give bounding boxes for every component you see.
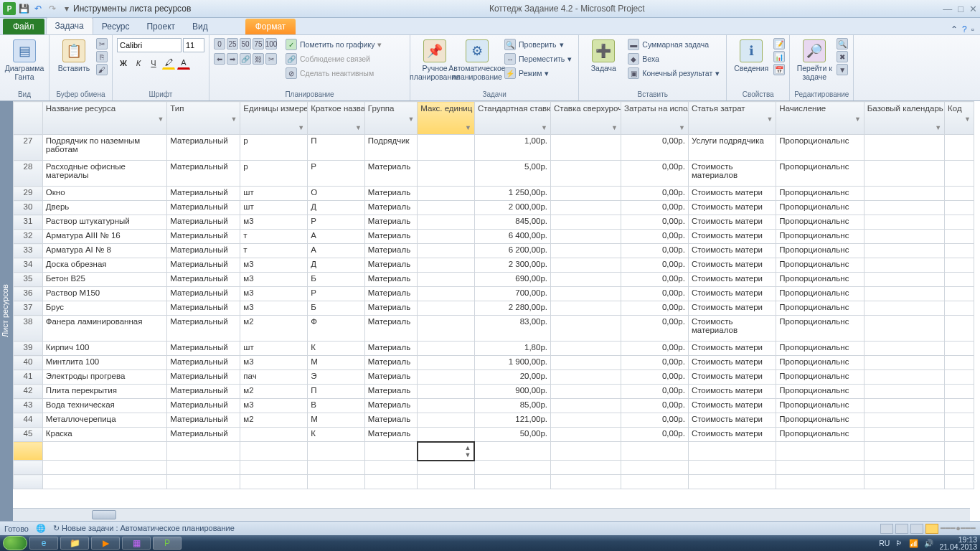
indent100-icon[interactable]: 100 xyxy=(265,38,277,50)
cell-peruse[interactable]: 0,00р. xyxy=(621,215,688,230)
cell-cost[interactable]: Стоимость матери xyxy=(688,187,776,201)
cell-ovt[interactable] xyxy=(551,399,621,413)
cell-accr[interactable]: Пропорциональнс xyxy=(776,342,864,356)
cell-ovt[interactable] xyxy=(551,342,621,356)
row-number[interactable]: 35 xyxy=(14,273,43,287)
table-row[interactable]: 31Раствор штукатурныйМатериальныйм3РМате… xyxy=(14,215,974,230)
cell-rate[interactable] xyxy=(474,442,550,461)
row-number[interactable] xyxy=(14,442,43,461)
cell-code[interactable] xyxy=(945,342,974,356)
cell-group[interactable]: Материаль xyxy=(364,287,417,301)
cell-unit[interactable]: м3 xyxy=(240,356,308,370)
table-row-blank[interactable] xyxy=(14,461,974,475)
cell-cal[interactable] xyxy=(864,316,944,342)
cell-max[interactable] xyxy=(418,370,475,385)
task-button[interactable]: ➕Задача xyxy=(583,38,623,74)
cell-name[interactable]: Арматура АI № 8 xyxy=(42,244,166,258)
horizontal-scrollbar[interactable] xyxy=(13,508,970,521)
cell-accr[interactable]: Пропорциональнс xyxy=(776,316,864,342)
taskbar-media[interactable]: ▶ xyxy=(91,537,120,550)
table-row[interactable]: 34Доска обрезнаяМатериальныйм3ДМатериаль… xyxy=(14,258,974,273)
cell-max[interactable] xyxy=(418,385,475,399)
cell-accr[interactable]: Пропорциональнс xyxy=(776,287,864,301)
cell-max[interactable] xyxy=(418,135,475,161)
cell-code[interactable] xyxy=(945,442,974,461)
col-short[interactable]: Краткое название▼ xyxy=(308,102,365,135)
tab-resource[interactable]: Ресурс xyxy=(93,19,138,34)
cell-unit[interactable]: р xyxy=(240,135,308,161)
table-row[interactable]: 39Кирпич 100МатериальныйштКМатериаль1,80… xyxy=(14,342,974,356)
cell-cost[interactable]: Стоимость матери xyxy=(688,287,776,301)
cell-unit[interactable]: шт xyxy=(240,342,308,356)
cell-rate[interactable]: 85,00р. xyxy=(474,399,550,413)
cell-cost[interactable]: Стоимость матери xyxy=(688,385,776,399)
cell-short[interactable]: О xyxy=(308,187,365,201)
cell-unit[interactable]: м3 xyxy=(240,273,308,287)
cell-accr[interactable] xyxy=(776,442,864,461)
cell-max[interactable] xyxy=(418,342,475,356)
row-number[interactable]: 45 xyxy=(14,428,43,442)
row-number[interactable]: 27 xyxy=(14,135,43,161)
table-row[interactable]: 28Расходные офисные материалыМатериальны… xyxy=(14,161,974,187)
cell-ovt[interactable] xyxy=(551,413,621,428)
cell-code[interactable] xyxy=(945,135,974,161)
col-peruse[interactable]: Затраты на использ.▼ xyxy=(621,102,688,135)
cell-cal[interactable] xyxy=(864,413,944,428)
view-sheet-icon[interactable] xyxy=(925,524,938,534)
cell-name[interactable]: Электроды прогрева xyxy=(42,370,166,385)
cell-peruse[interactable]: 0,00р. xyxy=(621,342,688,356)
cell-ovt[interactable] xyxy=(551,187,621,201)
cell-max[interactable] xyxy=(418,428,475,442)
indent0-icon[interactable]: 0 xyxy=(214,38,225,50)
cell-max[interactable] xyxy=(418,413,475,428)
cell-short[interactable]: Д xyxy=(308,258,365,273)
cell-peruse[interactable]: 0,00р. xyxy=(621,316,688,342)
cell-type[interactable]: Материальный xyxy=(167,201,240,215)
cell-code[interactable] xyxy=(945,399,974,413)
taskbar-app1[interactable]: ▦ xyxy=(122,537,151,550)
col-name[interactable]: Название ресурса▼ xyxy=(42,102,166,135)
cell-group[interactable]: Материаль xyxy=(364,342,417,356)
cell-cost[interactable]: Стоимость матери xyxy=(688,244,776,258)
help-icon[interactable]: ? xyxy=(962,24,967,34)
col-cal[interactable]: Базовый календарь▼ xyxy=(864,102,944,135)
paste-button[interactable]: 📋 Вставить xyxy=(54,38,94,74)
unlink-icon[interactable]: ⛓ xyxy=(253,53,264,65)
mode-button[interactable]: ⚡Режим▾ xyxy=(502,67,574,80)
cell-peruse[interactable]: 0,00р. xyxy=(621,385,688,399)
cell-cost[interactable]: Стоимость материалов xyxy=(688,316,776,342)
file-tab[interactable]: Файл xyxy=(3,19,44,34)
cell-name[interactable]: Краска xyxy=(42,428,166,442)
link-icon[interactable]: 🔗 xyxy=(240,53,251,65)
col-group[interactable]: Группа▼ xyxy=(364,102,417,135)
find-icon[interactable]: 🔍 xyxy=(837,38,848,50)
cell-type[interactable]: Материальный xyxy=(167,385,240,399)
cell-group[interactable]: Материаль xyxy=(364,301,417,316)
cell-unit[interactable]: м3 xyxy=(240,215,308,230)
cell-accr[interactable]: Пропорциональнс xyxy=(776,385,864,399)
cell-type[interactable]: Материальный xyxy=(167,161,240,187)
cell-accr[interactable]: Пропорциональнс xyxy=(776,187,864,201)
cell-code[interactable] xyxy=(945,301,974,316)
cell-ovt[interactable] xyxy=(551,385,621,399)
row-number[interactable]: 34 xyxy=(14,258,43,273)
cell-peruse[interactable]: 0,00р. xyxy=(621,356,688,370)
cell-type[interactable]: Материальный xyxy=(167,301,240,316)
cell-cost[interactable]: Стоимость матери xyxy=(688,258,776,273)
cell-rate[interactable]: 83,00р. xyxy=(474,316,550,342)
cell-cost[interactable]: Стоимость матери xyxy=(688,273,776,287)
cell-group[interactable]: Материаль xyxy=(364,370,417,385)
col-unit[interactable]: Единицы измерения материалов▼ xyxy=(240,102,308,135)
cell-rate[interactable]: 900,00р. xyxy=(474,385,550,399)
cell-type[interactable]: Материальный xyxy=(167,230,240,244)
minimize-ribbon-icon[interactable]: ⌃ xyxy=(951,24,958,34)
cell-max[interactable] xyxy=(418,356,475,370)
cell-ovt[interactable] xyxy=(551,356,621,370)
cell-ovt[interactable] xyxy=(551,428,621,442)
cell-group[interactable]: Материаль xyxy=(364,316,417,342)
cell-cost[interactable]: Стоимость матери xyxy=(688,356,776,370)
cell-ovt[interactable] xyxy=(551,215,621,230)
view-side-tab[interactable]: Лист ресурсов xyxy=(0,101,13,521)
row-number[interactable]: 30 xyxy=(14,201,43,215)
cell-unit[interactable]: м3 xyxy=(240,399,308,413)
